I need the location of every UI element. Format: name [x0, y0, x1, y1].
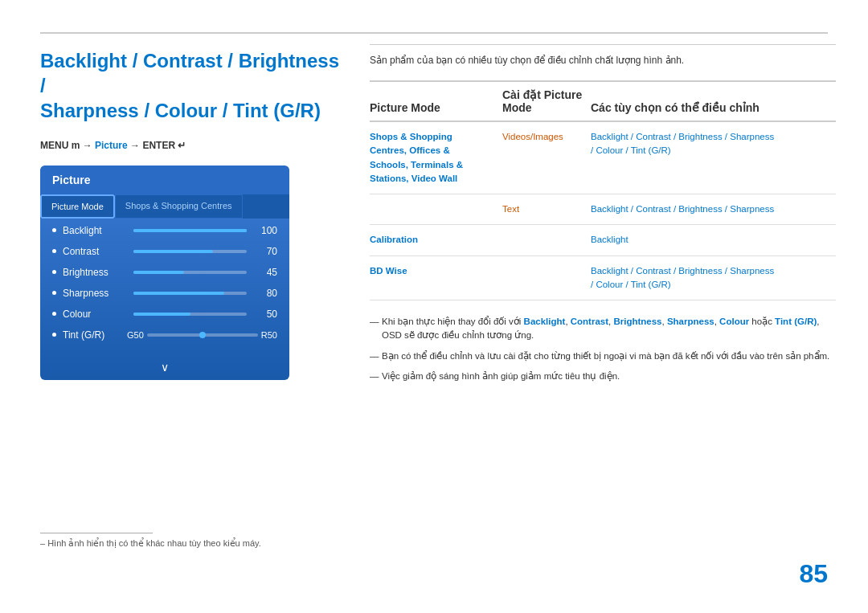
list-item: Sharpness 80	[52, 288, 277, 299]
page-container: Backlight / Contrast / Brightness / Shar…	[0, 0, 868, 613]
contrast-value: 70	[253, 246, 277, 257]
backlight-bar	[133, 229, 247, 232]
bottom-note: – Hình ảnh hiển thị có thể khác nhau tùy…	[40, 533, 289, 549]
note-item: Khi bạn thực hiện thay đổi đối với Backl…	[370, 315, 836, 343]
item-dot	[52, 291, 56, 295]
backlight-value: 100	[253, 225, 277, 236]
item-label: Contrast	[63, 246, 127, 257]
menu-instruction: MENU m → Picture → ENTER ↵	[40, 140, 346, 151]
cell-mode	[370, 194, 502, 225]
item-label: Sharpness	[63, 288, 127, 299]
right-column: Sản phẩm của bạn có nhiều tùy chọn để đi…	[370, 44, 836, 390]
chevron-down-icon: ∨	[40, 361, 289, 380]
tint-row: Tint (G/R) G50 R50	[52, 329, 277, 341]
tint-right-value: R50	[261, 330, 277, 340]
cell-mode: BD Wise	[370, 255, 502, 300]
col-header-mode: Picture Mode	[370, 81, 502, 121]
sharpness-fill	[133, 292, 224, 295]
table-row: Calibration Backlight	[370, 225, 836, 255]
intro-text: Sản phẩm của bạn có nhiều tùy chọn để đi…	[370, 55, 836, 66]
cell-caidat: Text	[502, 194, 591, 225]
item-dot	[52, 228, 56, 232]
panel-items: Backlight 100 Contrast 70	[40, 219, 289, 361]
backlight-fill	[133, 229, 247, 232]
item-label: Colour	[63, 309, 127, 320]
item-label: Backlight	[63, 225, 127, 236]
colour-fill	[133, 313, 190, 316]
table-row: Shops & ShoppingCentres, Offices &School…	[370, 121, 836, 194]
cell-caidat: Videos/Images	[502, 121, 591, 194]
panel-tabs: Picture Mode Shops & Shopping Centres	[40, 194, 289, 219]
brightness-value: 45	[253, 267, 277, 278]
cell-options: Backlight	[591, 225, 836, 255]
contrast-bar	[133, 250, 247, 253]
tint-label: Tint (G/R)	[63, 329, 127, 341]
tab-shops[interactable]: Shops & Shopping Centres	[115, 194, 243, 219]
list-item: Backlight 100	[52, 225, 277, 236]
item-label: Brightness	[63, 267, 127, 278]
col-header-options: Các tùy chọn có thể điều chỉnh	[591, 81, 836, 121]
note-item: Bạn có thể điều chỉnh và lưu cài đặt cho…	[370, 349, 836, 363]
tint-bar	[147, 333, 258, 337]
top-divider	[40, 32, 828, 34]
picture-panel: Picture Picture Mode Shops & Shopping Ce…	[40, 166, 289, 380]
contrast-fill	[133, 250, 213, 253]
cell-mode: Calibration	[370, 225, 502, 255]
notes-section: Khi bạn thực hiện thay đổi đối với Backl…	[370, 315, 836, 383]
left-column: Backlight / Contrast / Brightness / Shar…	[40, 48, 346, 380]
colour-bar	[133, 313, 247, 316]
item-dot	[52, 249, 56, 253]
brightness-bar	[133, 271, 247, 274]
table-row: BD Wise Backlight / Contrast / Brightnes…	[370, 255, 836, 300]
tab-picture-mode[interactable]: Picture Mode	[40, 194, 115, 219]
info-table: Picture Mode Cài đặt Picture Mode Các tù…	[370, 80, 836, 300]
right-divider	[370, 44, 836, 45]
note-item: Việc giảm độ sáng hình ảnh giúp giảm mức…	[370, 370, 836, 383]
tint-marker	[199, 332, 206, 338]
table-row: Text Backlight / Contrast / Brightness /…	[370, 194, 836, 225]
colour-value: 50	[253, 309, 277, 320]
panel-header: Picture	[40, 166, 289, 194]
col-header-caidat: Cài đặt Picture Mode	[502, 81, 591, 121]
cell-options: Backlight / Contrast / Brightness / Shar…	[591, 121, 836, 194]
cell-caidat	[502, 225, 591, 255]
list-item: Colour 50	[52, 309, 277, 320]
page-title: Backlight / Contrast / Brightness / Shar…	[40, 48, 346, 124]
cell-options: Backlight / Contrast / Brightness / Shar…	[591, 255, 836, 300]
page-number: 85	[799, 559, 828, 589]
list-item: Contrast 70	[52, 246, 277, 257]
brightness-fill	[133, 271, 184, 274]
cell-mode: Shops & ShoppingCentres, Offices &School…	[370, 121, 502, 194]
sharpness-value: 80	[253, 288, 277, 299]
list-item: Brightness 45	[52, 267, 277, 278]
item-dot	[52, 312, 56, 316]
cell-caidat	[502, 255, 591, 300]
item-dot	[52, 333, 56, 337]
tint-left-value: G50	[127, 330, 144, 340]
cell-options: Backlight / Contrast / Brightness / Shar…	[591, 194, 836, 225]
sharpness-bar	[133, 292, 247, 295]
item-dot	[52, 270, 56, 274]
